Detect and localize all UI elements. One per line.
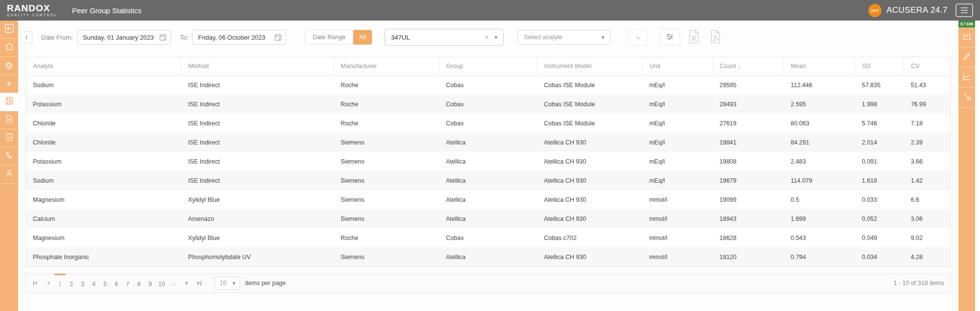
table-cell: mmol/l [642, 228, 712, 247]
column-header-instrument-model[interactable]: Instrument Model [537, 57, 642, 75]
table-cell: 2.014 [855, 133, 904, 152]
page-button-1[interactable]: 1 [54, 274, 66, 292]
column-header-manufacturer[interactable]: Manufacturer [334, 57, 439, 75]
analyte-select[interactable]: Select analyte ▼ [517, 30, 611, 45]
page-button-7[interactable]: 7 [122, 274, 133, 292]
excel-file-icon [687, 29, 700, 46]
column-header-analyte[interactable]: Analyte [26, 57, 181, 75]
sidebar-item-tray[interactable] [958, 27, 975, 48]
export-excel-button[interactable] [686, 29, 702, 46]
table-cell: 0.049 [855, 228, 904, 247]
document-download-icon [4, 114, 14, 126]
menu-button[interactable] [956, 3, 973, 17]
column-header-method[interactable]: Method [181, 57, 334, 75]
wrench-icon [962, 92, 972, 103]
page-button-5[interactable]: 5 [99, 274, 111, 292]
sidebar-item-tasks[interactable] [0, 129, 18, 147]
filter-options-button[interactable] [660, 29, 680, 46]
table-cell: Cobas [439, 75, 537, 95]
sidebar-item-add[interactable]: + [0, 75, 18, 93]
calendar-icon[interactable] [159, 34, 167, 41]
table-cell: 0.034 [855, 247, 904, 266]
date-range-all-button[interactable]: All [353, 30, 372, 45]
table-cell: 112.446 [784, 75, 855, 95]
sidebar-item-home[interactable] [0, 39, 18, 57]
page-button-6[interactable]: 6 [111, 274, 122, 292]
sidebar-item-settings[interactable]: ⚙ [0, 57, 18, 75]
page-button-10[interactable]: 10 [156, 274, 168, 292]
table-cell: 80.063 [784, 114, 855, 133]
table-cell: 0.091 [855, 152, 904, 171]
first-page-button[interactable] [29, 274, 42, 292]
clear-icon[interactable]: × [483, 33, 493, 41]
column-header-count[interactable]: Count↓ [712, 57, 784, 75]
date-to-label: To: [180, 34, 188, 41]
table-cell: Xylidyl Blue [181, 190, 334, 209]
table-cell: 114.079 [784, 171, 855, 190]
column-header-sd[interactable]: SD [855, 57, 904, 75]
date-range-button[interactable]: Date Range [305, 30, 353, 45]
column-header-mean[interactable]: Mean [784, 57, 855, 75]
pager-ellipsis: ... [168, 280, 180, 287]
table-cell: 3.66 [904, 152, 950, 171]
page-button-4[interactable]: 4 [88, 274, 99, 292]
chevron-down-icon[interactable]: ▼ [493, 35, 498, 40]
table-cell: ISE Indirect [181, 152, 334, 171]
info-button[interactable]: i [21, 31, 32, 43]
table-cell: 1.699 [784, 209, 855, 228]
table-cell: Cobas [439, 228, 537, 247]
table-cell: 2.39 [904, 133, 950, 152]
pdf-file-icon [709, 29, 722, 46]
table-cell: Siemens [334, 133, 439, 152]
table-cell: Cobas [439, 114, 537, 133]
page-button-2[interactable]: 2 [66, 274, 77, 292]
clipboard-check-icon [4, 132, 14, 144]
sidebar-item-back[interactable] [0, 21, 18, 39]
next-page-button[interactable] [180, 274, 193, 292]
table-cell: ISE Indirect [181, 133, 334, 152]
sort-desc-icon: ↓ [738, 63, 741, 69]
table-cell: Atellica CH 930 [537, 247, 642, 266]
sidebar-item-reports[interactable] [0, 93, 18, 111]
date-to-input[interactable]: Friday, 06 October 2023 [192, 30, 286, 45]
sidebar-item-user[interactable] [0, 166, 18, 184]
column-header-cv[interactable]: CV [904, 57, 950, 75]
column-header-unit[interactable]: Unit [642, 57, 712, 75]
sidebar-item-chart[interactable] [958, 68, 975, 88]
sidebar-item-download-report[interactable] [0, 111, 18, 129]
sidebar-item-tools[interactable] [958, 88, 975, 108]
table-cell: 18120 [712, 247, 784, 266]
sidebar-item-phone[interactable] [0, 147, 18, 166]
page-size-value: 10 [220, 280, 231, 287]
lot-value: 347UL [391, 34, 483, 41]
table-row: PotassiumISE IndirectSiemensAtellicaAtel… [26, 152, 950, 171]
table-cell: 28493 [712, 95, 784, 114]
calendar-icon[interactable] [274, 34, 282, 41]
reset-button[interactable]: ↳ [628, 29, 648, 46]
date-from-input[interactable]: Sunday, 01 January 2023 [77, 30, 171, 45]
table-row: Phosphate InorganicPhosphomolybdate UVSi… [26, 247, 950, 266]
previous-page-button[interactable] [42, 274, 54, 292]
chevron-down-icon[interactable]: ▼ [600, 35, 605, 40]
page-button-8[interactable]: 8 [133, 274, 145, 292]
table-cell: mEq/l [642, 75, 712, 95]
table-cell: ISE Indirect [181, 95, 334, 114]
page-button-9[interactable]: 9 [145, 274, 156, 292]
table-cell: Atellica [439, 209, 537, 228]
peer-group-grid: Analyte Method Manufacturer Group Instru… [25, 57, 951, 267]
column-header-group[interactable]: Group [439, 57, 537, 75]
chevron-down-icon[interactable]: ▼ [231, 281, 236, 286]
score-badge: 0 / 100 [958, 21, 975, 27]
table-cell: Cobas ISE Module [537, 95, 642, 114]
page-size-select[interactable]: 10 ▼ [215, 277, 240, 290]
table-cell: 76.99 [904, 95, 950, 114]
right-sidebar: 0 / 100 [958, 21, 975, 311]
pager-bar: 12345678910 ... 10 ▼ items per page 1 - … [25, 273, 951, 293]
plus-icon: + [6, 79, 12, 89]
lot-combobox[interactable]: 347UL × ▼ [385, 29, 504, 46]
last-page-button[interactable] [193, 274, 206, 292]
table-cell: ISE Indirect [181, 114, 334, 133]
page-button-3[interactable]: 3 [77, 274, 88, 292]
sidebar-item-edit[interactable] [958, 48, 975, 68]
export-pdf-button[interactable] [708, 29, 723, 46]
